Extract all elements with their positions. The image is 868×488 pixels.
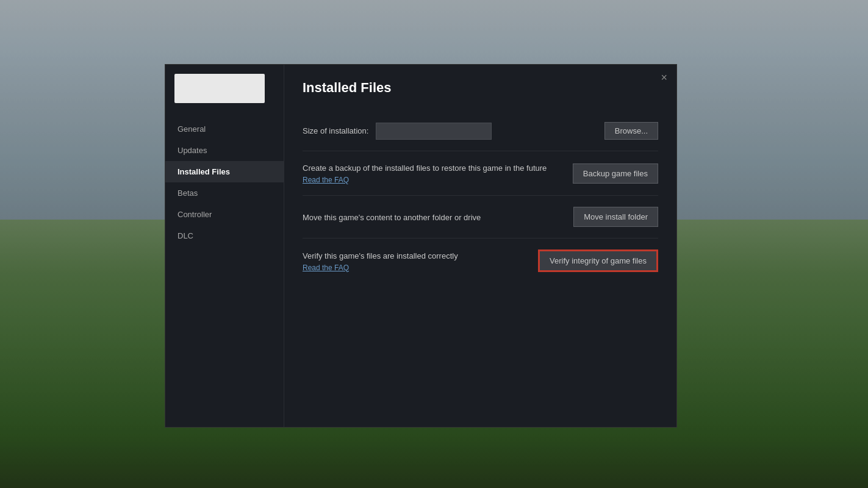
install-size-row: Size of installation: Browse... — [303, 111, 658, 151]
move-row: Move this game's content to another fold… — [303, 196, 658, 239]
page-title: Installed Files — [303, 80, 658, 96]
verify-faq-link[interactable]: Read the FAQ — [303, 264, 526, 272]
sidebar-item-installed-files[interactable]: Installed Files — [165, 161, 284, 182]
move-install-button[interactable]: Move install folder — [573, 207, 658, 227]
install-size-label: Size of installation: — [303, 126, 368, 135]
sidebar-item-updates[interactable]: Updates — [165, 140, 284, 161]
backup-row: Create a backup of the installed files t… — [303, 151, 658, 196]
verify-row: Verify this game's files are installed c… — [303, 239, 658, 283]
dialog: General Updates Installed Files Betas Co… — [165, 64, 677, 428]
sidebar-item-general[interactable]: General — [165, 118, 284, 140]
sidebar: General Updates Installed Files Betas Co… — [165, 65, 284, 427]
verify-integrity-button[interactable]: Verify integrity of game files — [538, 249, 658, 272]
backup-faq-link[interactable]: Read the FAQ — [303, 176, 561, 184]
close-button[interactable]: × — [661, 72, 667, 83]
move-info: Move this game's content to another fold… — [303, 212, 573, 223]
sidebar-item-dlc[interactable]: DLC — [165, 225, 284, 246]
install-size-input[interactable] — [376, 123, 492, 140]
verify-info: Verify this game's files are installed c… — [303, 250, 538, 272]
main-content: × Installed Files Size of installation: … — [284, 65, 676, 427]
backup-description: Create a backup of the installed files t… — [303, 163, 547, 173]
verify-description: Verify this game's files are installed c… — [303, 251, 458, 260]
backup-info: Create a backup of the installed files t… — [303, 162, 573, 184]
sidebar-item-betas[interactable]: Betas — [165, 182, 284, 204]
sidebar-item-controller[interactable]: Controller — [165, 204, 284, 225]
browse-button[interactable]: Browse... — [604, 122, 658, 140]
move-description: Move this game's content to another fold… — [303, 213, 481, 222]
backup-button[interactable]: Backup game files — [573, 163, 658, 184]
sidebar-logo — [174, 74, 265, 103]
